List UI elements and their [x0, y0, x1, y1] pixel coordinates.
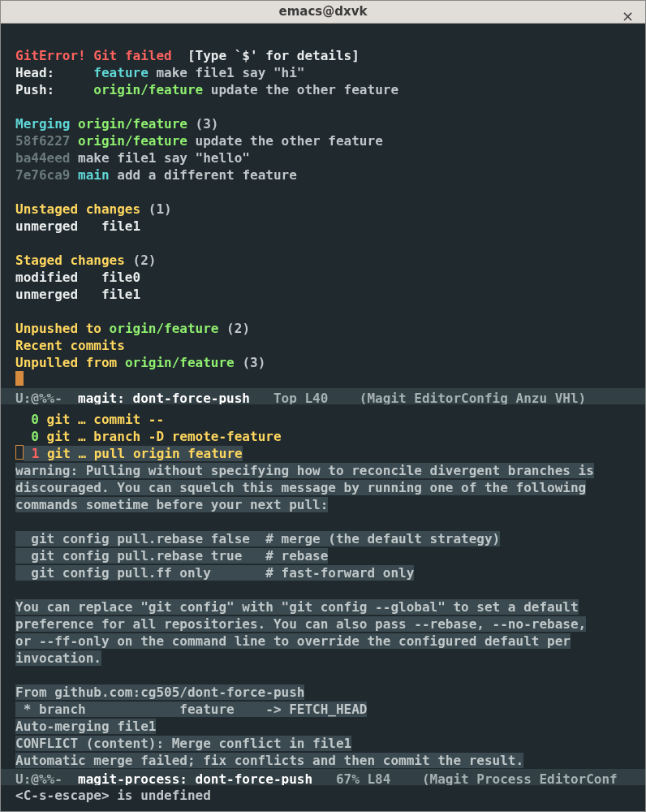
unpushed-ref[interactable]: origin/feature [110, 321, 219, 336]
unpulled-heading[interactable]: Unpulled from [15, 355, 117, 370]
push-msg: update the other feature [211, 82, 398, 97]
merging-label[interactable]: Merging [15, 116, 70, 132]
proc-line-current[interactable]: 1 git … pull origin feature [15, 446, 243, 461]
file-name[interactable]: file1 [101, 218, 140, 234]
modeline-left: U:@%%- [15, 771, 78, 785]
proc-output: or --ff-only on the command line to over… [15, 633, 571, 649]
cursor-inactive [15, 445, 24, 460]
staged-heading[interactable]: Staged changes [15, 253, 125, 268]
proc-exit-code: 1 [32, 446, 40, 461]
magit-process-buffer[interactable]: 0 git … commit -- 0 git … branch -D remo… [1, 404, 645, 769]
modeline-left: U:@%%- [15, 391, 78, 404]
unstaged-count: (1) [149, 201, 172, 217]
emacs-window: emacs@dxvk × GitError! Git failed [Type … [0, 0, 646, 812]
commit-msg: make file1 say "hello" [78, 150, 250, 166]
mode-line-magit[interactable]: U:@%%- magit: dont-force-push Top L40 (M… [1, 388, 645, 404]
recent-heading[interactable]: Recent commits [15, 338, 125, 353]
modeline-right: 67% L84 (Magit Process EditorConf [312, 771, 618, 785]
unpulled-count: (3) [242, 355, 265, 370]
unpulled-ref[interactable]: origin/feature [125, 355, 235, 370]
proc-output: commands sometime before your next pull: [15, 497, 328, 512]
echo-area: <C-s-escape> is undefined [1, 785, 645, 811]
head-branch[interactable]: feature [93, 65, 148, 80]
cursor [15, 371, 24, 386]
unstaged-heading[interactable]: Unstaged changes [15, 201, 140, 217]
modeline-buffer-name: magit-process: dont-force-push [78, 771, 312, 785]
proc-cmd: git … branch -D remote-feature [47, 429, 282, 444]
proc-output: preference for all repositories. You can… [15, 616, 586, 632]
commit-hash[interactable]: 7e76ca9 [15, 167, 70, 183]
merging-count: (3) [196, 116, 219, 132]
magit-status-buffer[interactable]: GitError! Git failed [Type `$' for detai… [1, 24, 645, 388]
proc-output: * branch feature -> FETCH_HEAD [15, 702, 367, 717]
git-error-label: GitError! [15, 48, 86, 63]
git-failed-label: Git failed [93, 48, 171, 63]
unpushed-heading[interactable]: Unpushed to [15, 321, 101, 336]
echo-text: <C-s-escape> is undefined [15, 788, 211, 803]
commit-hash[interactable]: 58f6227 [15, 133, 70, 149]
proc-line[interactable]: 0 git … commit -- [15, 412, 164, 427]
proc-output: Automatic merge failed; fix conflicts an… [15, 753, 523, 768]
details-hint: [Type `$' for details] [187, 48, 360, 63]
modeline-right: Top L40 (Magit EditorConfig Anzu VHl) [250, 391, 586, 404]
modeline-buffer-name: magit: dont-force-push [78, 391, 250, 404]
mode-line-process[interactable]: U:@%%- magit-process: dont-force-push 67… [1, 769, 645, 785]
proc-exit-code: 0 [31, 412, 39, 427]
commit-msg: add a different feature [117, 167, 297, 183]
proc-output: git config pull.ff only # fast-forward o… [15, 565, 414, 581]
head-msg: make file1 say "hi" [156, 65, 304, 80]
proc-output: From github.com:cg505/dont-force-push [15, 685, 304, 700]
commit-ref[interactable]: origin/feature [78, 133, 187, 149]
titlebar[interactable]: emacs@dxvk × [1, 1, 645, 24]
file-status[interactable]: unmerged [15, 218, 78, 234]
proc-output: git config pull.rebase true # rebase [15, 548, 328, 564]
file-status[interactable]: modified [15, 270, 78, 285]
proc-output: git config pull.rebase false # merge (th… [15, 531, 500, 546]
file-name[interactable]: file1 [101, 287, 140, 302]
file-name[interactable]: file0 [101, 270, 140, 285]
push-branch[interactable]: origin/feature [93, 82, 203, 97]
head-label: Head: [15, 65, 54, 80]
push-label: Push: [15, 82, 54, 97]
proc-cmd: git … commit -- [47, 412, 165, 427]
proc-output: Auto-merging file1 [15, 719, 156, 734]
proc-output: warning: Pulling without specifying how … [15, 463, 594, 478]
close-icon[interactable]: × [622, 7, 634, 24]
proc-line[interactable]: 0 git … branch -D remote-feature [15, 429, 282, 444]
proc-output: invocation. [15, 650, 101, 666]
proc-output: discouraged. You can squelch this messag… [15, 480, 586, 495]
staged-count: (2) [133, 253, 157, 268]
commit-msg: update the other feature [196, 133, 383, 149]
unpushed-count: (2) [226, 321, 250, 336]
proc-output: CONFLICT (content): Merge conflict in fi… [15, 736, 351, 751]
proc-output: You can replace "git config" with "git c… [15, 599, 579, 615]
commit-hash[interactable]: ba44eed [15, 150, 70, 166]
proc-cmd: git … pull origin feature [47, 446, 243, 461]
commit-ref[interactable]: main [78, 167, 110, 183]
window-title: emacs@dxvk [279, 4, 368, 19]
merging-ref[interactable]: origin/feature [78, 116, 187, 132]
proc-exit-code: 0 [31, 429, 39, 444]
file-status[interactable]: unmerged [15, 287, 78, 302]
